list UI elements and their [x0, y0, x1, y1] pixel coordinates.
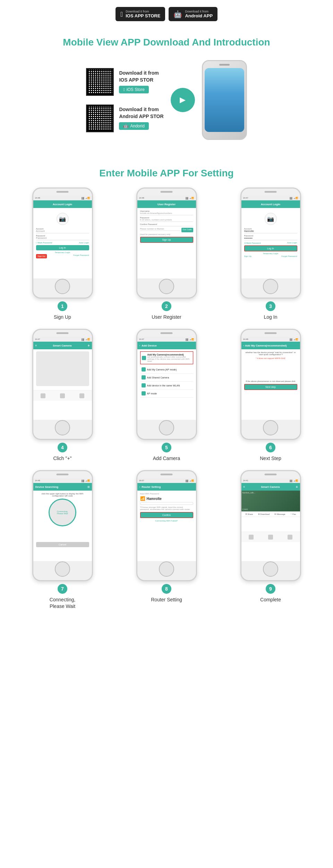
- card-num-6: 6: [266, 443, 275, 452]
- signup-link-3: Sign Up: [244, 255, 251, 257]
- topbar-3: Account Login: [241, 200, 300, 208]
- card-label-3: Log In: [264, 314, 278, 320]
- confirm-btn-8[interactable]: Confirm: [140, 512, 193, 518]
- ios-download-button[interactable]:  Download it from IOS APP STORE: [116, 7, 165, 21]
- wifi-row-8: 📶 Hamrolte: [140, 496, 193, 501]
- statusbar-6: 14:48▌▌ ⊿ 📶: [241, 337, 300, 342]
- forgot-pwd-1: Forget Password: [73, 254, 89, 258]
- card-label-8: Router Setting: [151, 596, 182, 603]
- ios-download-item: Download it from IOS APP STOR  iOS Stor…: [86, 68, 163, 96]
- phone-screen-2: 14:48▌▌ ⊿ 📶 User Register Username inclu…: [137, 195, 196, 278]
- nav-settings-9: [288, 535, 292, 540]
- android-qr-code: [86, 105, 114, 132]
- camera-icon-1: 📷: [57, 213, 69, 225]
- android-label-line1: Download it from: [119, 107, 163, 112]
- wifi-pwd-input-8[interactable]: [140, 502, 193, 505]
- ap-mode-item[interactable]: AP mode: [140, 390, 193, 398]
- signup-btn-2[interactable]: Sign Up: [140, 237, 193, 243]
- mock-phone-2: 14:48▌▌ ⊿ 📶 User Register Username inclu…: [136, 187, 197, 299]
- phones-grid: 14:48▌▌ ⊿ 📶 Account Login 📷 Account Acco…: [14, 187, 319, 609]
- pwd-field-2: 6-16 letters, numbers and symbols: [140, 219, 193, 222]
- ios-label-line2: IOS APP STOR: [119, 77, 159, 83]
- download-info-section: Download it from IOS APP STOR  iOS Stor…: [0, 57, 333, 150]
- add-wlan-label: Add device in the same WLAN: [147, 384, 180, 387]
- add-cam-icon: [142, 356, 146, 360]
- mobile-section-title: Enter Mobile APP For Setting: [14, 168, 319, 179]
- phone-card-4: 14:47▌▌ ⊿ 📶 ≡ Smart Camera +: [32, 329, 93, 461]
- card-label-2: User Register: [152, 314, 181, 320]
- camera-icon-3: 📷: [265, 213, 277, 225]
- arrow-circle: ►: [171, 88, 195, 112]
- nav-home-9: [249, 535, 254, 540]
- content-7: click the upper right button to display …: [33, 491, 92, 549]
- content-2: Username include at chinese/figures/numb…: [137, 208, 196, 245]
- android-download-item: Download it from Android APP STOR 🤖 Ando…: [86, 105, 163, 132]
- account-field-1: Account: [36, 230, 89, 233]
- message-btn-9[interactable]: ✉ Message: [274, 513, 285, 515]
- recovery-text-2: Used for password recovery only.: [140, 233, 193, 235]
- msg-icon-9: [268, 535, 273, 540]
- cancel-btn-7[interactable]: Cancel: [36, 542, 89, 547]
- apple-store-icon: : [123, 87, 125, 92]
- ios-store-button[interactable]:  iOS Store: [119, 86, 148, 93]
- mock-phone-1: 14:48▌▌ ⊿ 📶 Account Login 📷 Account Acco…: [32, 187, 93, 299]
- card-label-1: Sign Up: [54, 314, 71, 320]
- get-code-btn-2[interactable]: Get Code: [181, 228, 193, 232]
- card-num-9: 9: [266, 584, 275, 594]
- add-shared-item[interactable]: Add Shared Camera: [140, 374, 193, 382]
- topbar-1: Account Login: [33, 200, 92, 208]
- phone-screen-6: 14:48▌▌ ⊿ 📶 ‹ Add My Camera(recommended)…: [241, 337, 300, 420]
- mock-phone-3: 14:47▌▌ ⊿ 📶 Account Login 📷 Account Hamr…: [240, 187, 301, 299]
- card-label-4: Clich "+": [53, 455, 71, 461]
- add-cam-ap-item[interactable]: Add My Camera (AP mode): [140, 366, 193, 374]
- next-step-btn-6[interactable]: Next step: [244, 384, 297, 390]
- camera-placeholder-4: [36, 351, 89, 386]
- mobile-app-section: Enter Mobile APP For Setting 14:48▌▌ ⊿ 📶…: [0, 150, 333, 620]
- temp-login-1: Temporary Login: [36, 251, 89, 253]
- download-btn-9[interactable]: ⬇ Download: [258, 513, 270, 515]
- signup-btn-red-1[interactable]: Sign Up: [36, 254, 47, 258]
- add-shared-label: Add Shared Camera: [147, 376, 169, 379]
- phone-card-6: 14:48▌▌ ⊿ 📶 ‹ Add My Camera(recommended)…: [240, 329, 301, 461]
- mock-phone-7: 14:48▌▌ ⊿ 📶 Device Searching ⊞ click the…: [32, 470, 93, 581]
- add-shared-icon: [142, 375, 146, 379]
- android-store-button[interactable]: 🤖 Andorid: [119, 122, 148, 130]
- nav-msg-4: [60, 393, 65, 398]
- phone-card-3: 14:47▌▌ ⊿ 📶 Account Login 📷 Account Hamr…: [240, 187, 301, 320]
- login-btn-1[interactable]: Log In: [36, 245, 89, 250]
- android-download-button[interactable]: 🤖 Download it from Android APP: [169, 7, 217, 21]
- topbar-2: User Register: [137, 200, 196, 208]
- phone-screen-3: 14:47▌▌ ⊿ 📶 Account Login 📷 Account Hamr…: [241, 195, 300, 278]
- card-num-5: 5: [162, 443, 171, 452]
- content-4: [33, 349, 92, 390]
- android-btn-text: Download it from Android APP: [185, 10, 213, 18]
- plus-btn-4[interactable]: +: [88, 344, 90, 348]
- phone-screen-1: 14:48▌▌ ⊿ 📶 Account Login 📷 Account Acco…: [33, 195, 92, 278]
- card-num-3: 3: [266, 301, 275, 311]
- topbar-8: ‹ Router Setting: [137, 483, 196, 491]
- content-8: Input WiFi Password 📶 Hamrolte *Choose s…: [137, 491, 196, 524]
- pwd-field-3: ••••••••••: [244, 237, 297, 240]
- add-my-cam-item[interactable]: Add My Camera(recommended) will automati…: [140, 351, 193, 364]
- camera-preview-9: hambot_sdk...: [241, 491, 300, 511]
- topbar-5: ‹ Add Device: [137, 342, 196, 349]
- card-num-8: 8: [162, 584, 171, 594]
- add-wlan-item[interactable]: Add device in the same WLAN: [140, 382, 193, 390]
- ap-mode-label: AP mode: [147, 392, 157, 395]
- confirm-pwd-field-2: [140, 225, 193, 226]
- settings-icon-9: [288, 535, 292, 540]
- fav-btn-9[interactable]: ♡ Fav: [290, 513, 296, 515]
- if-above-note: If the above phenomenon is not observed …: [244, 380, 297, 382]
- share-btn-9[interactable]: ⬆ Share: [245, 513, 253, 515]
- ios-download-text: Download it from IOS APP STOR  iOS Stor…: [119, 70, 159, 93]
- statusbar-2: 14:48▌▌ ⊿ 📶: [137, 195, 196, 200]
- topbar-9: ≡ Smart Camera +: [241, 483, 300, 491]
- wifi-note-8: *Choose stronger WiFi signal, input the …: [140, 506, 193, 510]
- mark-pwd-3: ☑ Mark Password: [244, 242, 261, 244]
- card-label-5: Add Camera: [153, 455, 180, 461]
- wifi-icon-8: 📶: [140, 496, 145, 501]
- phone-illustration: [202, 60, 247, 140]
- card-label-9: Complete: [260, 596, 281, 603]
- phone-screen-5: 14:47▌▌ ⊿ 📶 ‹ Add Device Add My Camera(r…: [137, 337, 196, 420]
- login-btn-3[interactable]: Log In: [244, 245, 297, 251]
